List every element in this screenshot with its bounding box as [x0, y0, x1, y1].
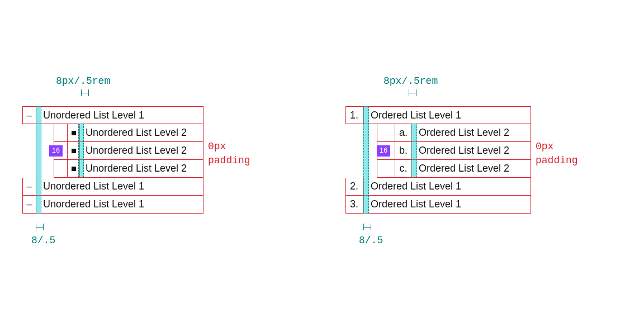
list-item: – Unordered List Level 1 [22, 178, 203, 196]
list-item: – Unordered List Level 1 [22, 106, 203, 124]
top-spacing-tick [81, 89, 89, 96]
list-item: Unordered List Level 2 [54, 160, 203, 178]
list-item-text: Ordered List Level 2 [411, 124, 531, 142]
dash-marker: – [22, 106, 36, 124]
list-item-text: Unordered List Level 1 [36, 178, 203, 196]
list-item-text: Ordered List Level 1 [363, 178, 531, 196]
padding-label: 0px padding [208, 140, 250, 168]
letter-marker: c. [395, 160, 411, 178]
dash-marker: – [22, 196, 36, 214]
list-item: a. Ordered List Level 2 [377, 124, 531, 142]
list-item-text: Unordered List Level 2 [79, 142, 203, 160]
letter-marker: a. [395, 124, 411, 142]
list-item-text: Unordered List Level 1 [36, 106, 203, 124]
indent-cell [54, 160, 67, 178]
indent-cell [54, 124, 67, 142]
list-item: c. Ordered List Level 2 [377, 160, 531, 178]
list-item: 2. Ordered List Level 1 [345, 178, 531, 196]
list-item: 1. Ordered List Level 1 [345, 106, 531, 124]
unordered-list-spec: 8px/.5rem – Unordered List Level 1 Unord… [22, 106, 274, 214]
square-marker [67, 160, 79, 178]
indent-cell [377, 124, 395, 142]
number-marker: 2. [345, 178, 363, 196]
dash-marker: – [22, 178, 36, 196]
list-item-text: Unordered List Level 2 [79, 124, 203, 142]
padding-label: 0px padding [536, 140, 578, 168]
list-item-text: Ordered List Level 2 [411, 160, 531, 178]
list-item-text: Ordered List Level 1 [363, 196, 531, 214]
indent-size-chip: 16 [49, 145, 63, 157]
top-spacing-label: 8px/.5rem [56, 75, 110, 87]
indent-size-chip: 16 [377, 145, 390, 157]
list-item: Unordered List Level 2 [54, 142, 203, 160]
ordered-list-spec: 8px/.5rem 1. Ordered List Level 1 a. Ord… [345, 106, 597, 214]
top-spacing-label: 8px/.5rem [383, 75, 438, 87]
list-item-text: Ordered List Level 2 [411, 142, 531, 160]
list-item: – Unordered List Level 1 [22, 196, 203, 214]
list-item: b. Ordered List Level 2 [377, 142, 531, 160]
top-spacing-tick [409, 89, 416, 96]
bottom-spacing-label: 8/.5 [359, 235, 383, 246]
square-marker [67, 142, 79, 160]
list-item-text: Ordered List Level 1 [363, 106, 531, 124]
number-marker: 3. [345, 196, 363, 214]
bottom-spacing-tick [363, 224, 371, 230]
square-marker [67, 124, 79, 142]
list-item: Unordered List Level 2 [54, 124, 203, 142]
bottom-spacing-tick [36, 224, 44, 230]
indent-cell [377, 160, 395, 178]
letter-marker: b. [395, 142, 411, 160]
list-item-text: Unordered List Level 2 [79, 160, 203, 178]
list-item-text: Unordered List Level 1 [36, 196, 203, 214]
list-item: 3. Ordered List Level 1 [345, 196, 531, 214]
bottom-spacing-label: 8/.5 [31, 235, 55, 246]
number-marker: 1. [345, 106, 363, 124]
